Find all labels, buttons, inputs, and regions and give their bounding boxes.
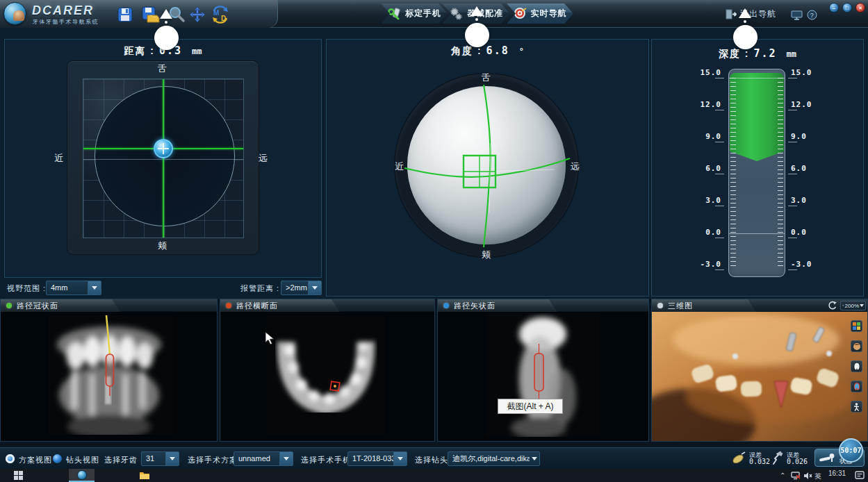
- select-handpiece-dropdown[interactable]: 1T-2018-033: [347, 451, 407, 466]
- panel-header: 路径矢状面: [438, 299, 648, 312]
- reset-view-icon[interactable]: [828, 301, 837, 310]
- svg-text:M: M: [213, 9, 219, 17]
- plan-view-radio[interactable]: [6, 454, 15, 463]
- depth-scale-label: 12.0: [694, 100, 721, 109]
- drill-bit-icon: [771, 451, 784, 465]
- nav-button-calibrate-handpiece[interactable]: 标定手机: [381, 3, 448, 24]
- coronal-ct-view[interactable]: [1, 312, 217, 441]
- 3d-tool-head-button[interactable]: [851, 340, 862, 352]
- chevron-down-icon: [308, 281, 321, 294]
- sagittal-ct-view[interactable]: [438, 312, 648, 441]
- status-dot: [443, 303, 449, 308]
- alarm-distance-dropdown[interactable]: >2mm: [281, 281, 322, 295]
- direction-label-buccal: 颊: [482, 249, 491, 261]
- select-drill-dropdown[interactable]: 迪凯尔,digital-care,dikaier_种子: [448, 451, 540, 466]
- zoom-level-control[interactable]: 200%: [840, 301, 866, 310]
- chevron-down-icon: [165, 452, 179, 465]
- plan-view-label: 方案视图: [19, 455, 52, 465]
- view-panel-coronal: 路径冠状面: [0, 299, 218, 442]
- gears-icon: [449, 7, 463, 21]
- nav-button-realtime-navigation[interactable]: 实时导航: [507, 3, 573, 24]
- fov-label: 视野范围 :: [7, 283, 46, 294]
- zoom-value: 200%: [845, 303, 859, 309]
- crosshair-vertical-line: [163, 79, 164, 238]
- chevron-down-icon: [88, 281, 101, 294]
- target-icon: [514, 7, 527, 20]
- touch-pointer-indicator: [154, 9, 179, 50]
- direction-label-lingual: 舌: [158, 63, 167, 75]
- clock[interactable]: 16:31: [828, 469, 846, 477]
- axial-ct-view[interactable]: [220, 312, 434, 441]
- svg-text:?: ?: [810, 12, 814, 19]
- depth-scale-label: -3.0: [791, 260, 819, 269]
- volume-muted-icon[interactable]: [803, 472, 812, 480]
- depth-scale-label: 0.0: [694, 228, 721, 237]
- handpiece-error-indicator: 误差0.032: [731, 450, 770, 466]
- handpiece-tool-icon: [731, 451, 746, 465]
- ime-indicator[interactable]: 英: [814, 472, 821, 481]
- switch-md-icon[interactable]: MD: [211, 6, 229, 24]
- taskbar-app-dcarer[interactable]: [69, 469, 95, 482]
- alarm-distance-label: 报警距离 :: [240, 283, 279, 294]
- panel-header: 三维图 200%: [652, 299, 867, 312]
- minimize-button[interactable]: –: [829, 3, 839, 13]
- direction-label-mesial: 近: [395, 160, 404, 173]
- direction-label-buccal: 颊: [158, 240, 167, 252]
- 3d-tool-skeleton-button[interactable]: [851, 401, 862, 413]
- distance-gauge-panel: 距离 :0.3mm 舌 近 远 颊: [4, 39, 322, 278]
- wrench-phone-icon: [387, 8, 401, 20]
- 3d-tool-tooth-color-button[interactable]: [851, 381, 862, 392]
- taskbar-file-explorer[interactable]: [139, 471, 150, 480]
- close-button[interactable]: ×: [855, 3, 865, 13]
- drill-view-label: 钻头视图: [66, 455, 99, 465]
- depth-scale-label: 3.0: [791, 196, 819, 205]
- save-icon[interactable]: [116, 6, 134, 24]
- hidden-icons-chevron[interactable]: ⌃: [780, 472, 785, 479]
- brand-name: DCARER: [32, 3, 94, 18]
- panel-header: 路径冠状面: [1, 299, 217, 312]
- depth-scale-label: 3.0: [694, 196, 721, 205]
- app-window: DCARER 牙体牙髓手术导航系统 MD 标定手机 器械配准: [0, 0, 868, 482]
- action-center-icon[interactable]: [855, 471, 865, 480]
- status-dot: [657, 303, 663, 308]
- depth-scale-label: 9.0: [694, 132, 721, 141]
- select-drill-label: 选择钻头: [415, 455, 448, 465]
- select-tooth-dropdown[interactable]: 31: [141, 451, 179, 466]
- crosshair-grid: [83, 78, 244, 238]
- depth-scale-label: 9.0: [791, 132, 819, 141]
- view-panel-sagittal: 路径矢状面: [437, 299, 649, 442]
- display-settings-icon[interactable]: [791, 10, 803, 20]
- depth-scale-label: 15.0: [694, 68, 721, 77]
- 3d-render-view[interactable]: [652, 312, 867, 441]
- depth-title: 深度 :7.2mm: [652, 47, 863, 60]
- navigation-timer-badge: 50:07: [839, 438, 863, 463]
- status-dot: [226, 303, 231, 308]
- depth-scale-label: 0.0: [791, 228, 819, 237]
- handpiece-icon: [819, 452, 837, 463]
- screenshot-tooltip: 截图(Alt + A): [498, 399, 563, 414]
- help-icon[interactable]: ?: [807, 10, 817, 20]
- direction-label-distal: 远: [571, 160, 580, 173]
- fov-dropdown[interactable]: 4mm: [46, 281, 101, 295]
- mouse-cursor: [265, 331, 275, 345]
- depth-scale-label: 15.0: [791, 68, 819, 77]
- view-panel-axial: 路径横断面: [220, 299, 435, 442]
- depth-gauge-column: [728, 69, 785, 277]
- move-icon[interactable]: [189, 6, 207, 24]
- depth-gauge-panel: 深度 :7.2mm 15.0 12.0 9.0 6.0 3.0 0.0 -3.0…: [651, 39, 864, 297]
- drill-view-radio[interactable]: [53, 454, 62, 463]
- 3d-tool-layers-button[interactable]: [851, 320, 862, 332]
- view-panel-3d: 三维图 200%: [651, 299, 868, 442]
- chevron-down-icon: [393, 452, 407, 465]
- network-icon[interactable]: [791, 472, 801, 480]
- angle-gauge-panel: 角度 :6.8° 舌 近 远 颊: [326, 39, 649, 297]
- 3d-tool-tooth-button[interactable]: [851, 360, 862, 372]
- select-tooth-label: 选择牙齿: [104, 455, 138, 465]
- maximize-button[interactable]: □: [842, 3, 852, 13]
- angle-crosshair-overlay: [395, 74, 578, 257]
- taskbar: ⌃ 英 16:31: [0, 469, 868, 482]
- depth-scale-label: 6.0: [694, 164, 721, 173]
- select-plan-dropdown[interactable]: unnamed: [234, 451, 293, 466]
- select-plan-label: 选择手术方案: [188, 455, 238, 465]
- windows-start-button[interactable]: [14, 471, 23, 480]
